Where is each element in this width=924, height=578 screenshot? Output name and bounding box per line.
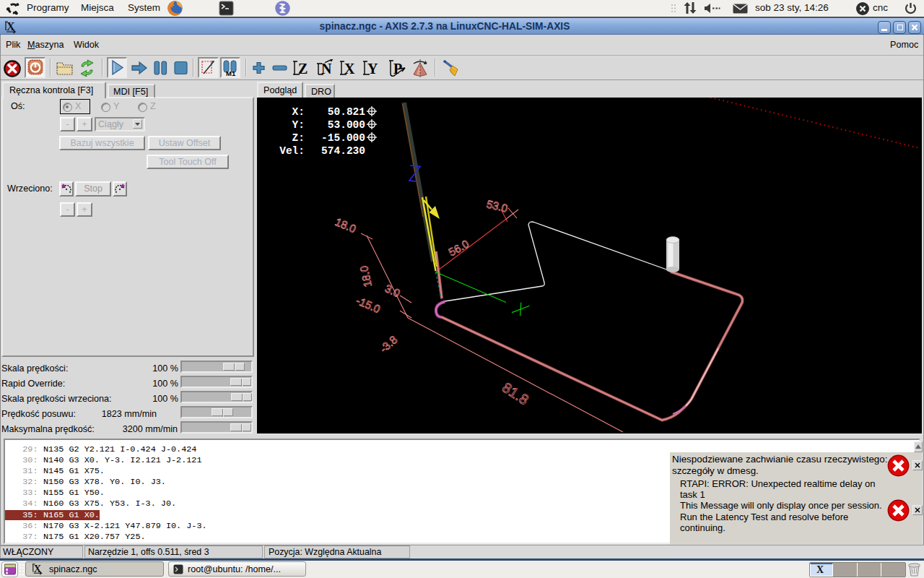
svg-text:-3.8: -3.8 xyxy=(378,333,400,355)
svg-text:50.821: 50.821 xyxy=(328,106,366,118)
svg-text:18.0: 18.0 xyxy=(357,264,374,288)
svg-text:X:: X: xyxy=(292,106,305,118)
svg-text:53.000: 53.000 xyxy=(328,119,365,131)
svg-text:3.0: 3.0 xyxy=(383,282,402,299)
svg-text:Y:: Y: xyxy=(292,119,305,131)
svg-text:Z: Z xyxy=(298,61,308,77)
svg-text:Z:: Z: xyxy=(292,132,305,144)
svg-text:-15.0: -15.0 xyxy=(354,294,383,315)
svg-text:574.230: 574.230 xyxy=(321,145,365,157)
svg-text:-15.000: -15.000 xyxy=(321,132,365,144)
svg-text:81.8: 81.8 xyxy=(500,379,532,408)
svg-text:Vel:: Vel: xyxy=(279,145,305,157)
svg-text:53.0: 53.0 xyxy=(485,197,509,215)
svg-text:18.0: 18.0 xyxy=(334,215,358,235)
svg-text:M1: M1 xyxy=(226,69,236,77)
